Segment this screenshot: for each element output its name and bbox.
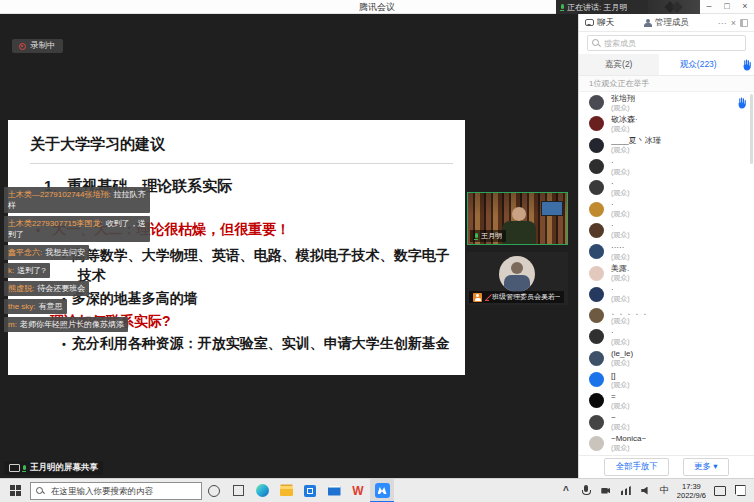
taskbar-search[interactable] xyxy=(30,482,202,500)
member-list: 张培翔(观众)敬冰森·(观众)____夏丶冰瑾(观众)·(观众)·(观众)·(观… xyxy=(579,92,754,455)
overlay-chat-message: 土木类—2279102744张培翔:拉拉队齐样 xyxy=(4,187,150,213)
member-role: (观众) xyxy=(611,188,630,197)
notifications-icon[interactable] xyxy=(734,483,746,499)
tencent-meeting-logo xyxy=(648,0,700,14)
chat-sender-name: 土木类—2279102744张培翔: xyxy=(8,190,111,199)
microphone-icon[interactable] xyxy=(580,483,592,499)
member-row[interactable]: 、、、、、(观众) xyxy=(579,305,754,326)
avatar xyxy=(589,266,604,281)
chat-sender-name: the sky: xyxy=(8,302,36,311)
slide-title: 关于大学学习的建议 xyxy=(30,135,453,164)
clock-time: 17:39 xyxy=(682,482,701,491)
video-participant-name: 班级管理委员会吴若一 xyxy=(492,292,560,302)
member-search-input[interactable] xyxy=(604,36,743,50)
member-row[interactable]: ~Monica~(观众) xyxy=(579,433,754,454)
system-tray: 中 17:39 2022/9/6 xyxy=(560,483,754,499)
input-method-indicator[interactable]: 中 xyxy=(660,483,669,499)
more-button[interactable]: 更多 ▾ xyxy=(683,458,729,476)
member-name: ~Monica~ xyxy=(611,434,646,443)
member-row[interactable]: =(观众) xyxy=(579,390,754,411)
recording-label: 录制中 xyxy=(30,40,56,52)
member-segments: 嘉宾(2) 观众(223) xyxy=(579,54,754,76)
panel-close-button[interactable]: × xyxy=(731,18,736,28)
avatar xyxy=(589,308,604,323)
avatar xyxy=(589,223,604,238)
member-row[interactable]: 敬冰森·(观众) xyxy=(579,113,754,134)
task-view-icon[interactable] xyxy=(226,479,250,502)
member-row[interactable]: [](观众) xyxy=(579,369,754,390)
raised-hand-icon[interactable] xyxy=(738,54,754,75)
microphone-muted-icon xyxy=(485,294,489,301)
avatar xyxy=(589,244,604,259)
member-name: · xyxy=(611,200,630,209)
member-name: · xyxy=(611,328,630,337)
member-name: 张培翔 xyxy=(611,94,635,103)
panel-more-button[interactable]: ··· xyxy=(718,18,727,28)
member-row[interactable]: 美露.(观众) xyxy=(579,262,754,283)
member-name: · xyxy=(611,158,630,167)
member-role: (观众) xyxy=(611,252,630,261)
avatar xyxy=(589,436,604,451)
member-row[interactable]: (le_le)(观众) xyxy=(579,348,754,369)
member-row[interactable]: ____夏丶冰瑾(观众) xyxy=(579,135,754,156)
tencent-meeting-icon[interactable] xyxy=(370,479,394,502)
lower-all-hands-button[interactable]: 全部手放下 xyxy=(604,458,669,476)
maximize-button[interactable]: □ xyxy=(718,0,736,14)
mail-icon[interactable] xyxy=(322,479,346,502)
panel-layout-icon[interactable] xyxy=(740,19,748,27)
member-role: (观众) xyxy=(611,380,630,389)
member-row[interactable]: ·(观众) xyxy=(579,220,754,241)
network-icon[interactable] xyxy=(620,483,632,499)
member-role: (观众) xyxy=(611,167,630,176)
member-role: (观众) xyxy=(611,443,646,452)
camera-icon[interactable] xyxy=(600,483,612,499)
video-thumbnails: 王月明 班级管理委员会吴若一 xyxy=(467,192,568,312)
start-button[interactable] xyxy=(0,479,30,502)
member-role: (观众) xyxy=(611,358,633,367)
member-role: (观众) xyxy=(611,103,635,112)
edge-icon[interactable] xyxy=(250,479,274,502)
member-name: [] xyxy=(611,371,630,380)
wps-icon[interactable] xyxy=(346,479,370,502)
tab-chat[interactable]: 聊天 xyxy=(585,17,614,29)
taskbar-clock[interactable]: 17:39 2022/9/6 xyxy=(677,483,706,499)
avatar xyxy=(589,287,604,302)
speaker-person xyxy=(502,207,536,245)
volume-icon[interactable] xyxy=(640,483,652,499)
member-row[interactable]: ·(观众) xyxy=(579,284,754,305)
member-row[interactable]: ·(观众) xyxy=(579,326,754,347)
minimize-button[interactable]: – xyxy=(700,0,718,14)
touch-keyboard-icon[interactable] xyxy=(714,483,726,499)
search-icon xyxy=(592,39,600,47)
tab-manage-members[interactable]: 管理成员 xyxy=(644,17,689,29)
close-button[interactable]: × xyxy=(736,0,754,14)
logo-diamond-icon xyxy=(671,1,682,12)
store-icon[interactable] xyxy=(298,479,322,502)
monitor-icon xyxy=(9,464,18,472)
raised-hand-icon xyxy=(736,97,746,109)
member-row[interactable]: ·····(观众) xyxy=(579,241,754,262)
taskbar-search-input[interactable] xyxy=(51,484,199,498)
overlay-chat-message: m:老师你年轻照片长的像苏炳添 xyxy=(4,317,128,332)
tab-guests[interactable]: 嘉宾(2) xyxy=(579,54,659,75)
member-name: = xyxy=(611,392,630,401)
avatar xyxy=(589,393,604,408)
member-row[interactable]: ~(观众) xyxy=(579,411,754,432)
avatar xyxy=(589,138,604,153)
video-thumbnail-speaker[interactable]: 王月明 xyxy=(467,192,568,245)
member-row[interactable]: ·(观众) xyxy=(579,198,754,219)
chevron-up-icon[interactable] xyxy=(560,483,572,499)
member-name: ~ xyxy=(611,413,630,422)
chat-sender-name: 熊虚脱: xyxy=(8,284,34,293)
tab-audience[interactable]: 观众(223) xyxy=(659,54,739,75)
raised-hand-icon xyxy=(736,97,746,109)
member-list-scrollbar[interactable] xyxy=(750,94,753,164)
member-row[interactable]: ·(观众) xyxy=(579,156,754,177)
member-name: · xyxy=(611,179,630,188)
video-thumbnail-participant[interactable]: 班级管理委员会吴若一 xyxy=(467,252,568,305)
cortana-icon[interactable] xyxy=(202,479,226,502)
member-row[interactable]: ·(观众) xyxy=(579,177,754,198)
avatar xyxy=(589,351,604,366)
file-explorer-icon[interactable] xyxy=(274,479,298,502)
member-row[interactable]: 张培翔(观众) xyxy=(579,92,754,113)
